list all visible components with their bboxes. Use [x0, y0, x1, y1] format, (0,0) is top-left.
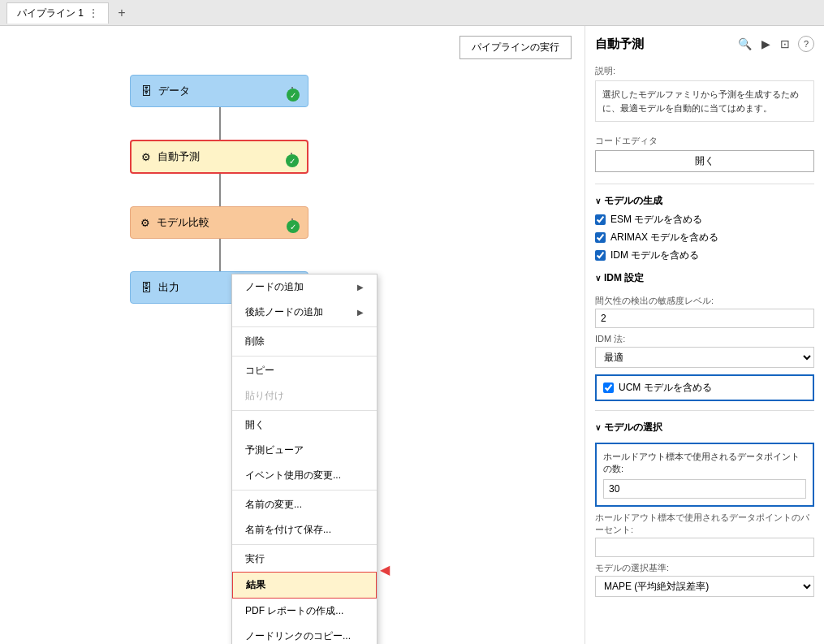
tab-label: パイプライン 1 — [17, 6, 84, 20]
modelcompare-node-status: ✓ — [287, 220, 300, 233]
menu-divider-2 — [232, 356, 377, 357]
esm-label: ESM モデルを含める — [610, 213, 702, 227]
ucm-checkbox[interactable] — [603, 383, 614, 393]
holdout-points-input[interactable] — [603, 479, 806, 499]
arimax-checkbox[interactable] — [595, 232, 606, 243]
connector-2 — [219, 174, 221, 206]
idm-settings-chevron[interactable]: ∨ — [595, 274, 601, 283]
tab-bar: パイプライン 1 ⋮ + — [0, 0, 824, 26]
context-menu-item-rename[interactable]: 名前の変更... — [232, 492, 377, 517]
arimax-checkbox-row: ARIMAX モデルを含める — [595, 231, 814, 244]
connector-1 — [219, 107, 221, 140]
esm-checkbox[interactable] — [595, 214, 606, 225]
node-autoforecast-label: ⚙ 自動予測 — [141, 149, 200, 164]
node-modelcompare: ⚙ モデル比較 ⋮ ✓ — [130, 206, 308, 239]
intermittency-input[interactable] — [595, 309, 814, 328]
tab-more-icon[interactable]: ⋮ — [88, 7, 98, 19]
autoforecast-node-icon: ⚙ — [141, 151, 151, 163]
modelcompare-node-text: モデル比較 — [157, 215, 209, 230]
context-menu-item-copy[interactable]: コピー — [232, 358, 377, 383]
node-modelcompare-label: ⚙ モデル比較 — [140, 215, 209, 230]
model-selection-chevron[interactable]: ∨ — [595, 423, 601, 432]
esm-checkbox-row: ESM モデルを含める — [595, 213, 814, 227]
holdout-percent-label: ホールドアウト標本で使用されるデータポイントのパーセント: — [595, 512, 814, 536]
model-selection-header: ∨ モデルの選択 — [595, 421, 814, 434]
panel-header: 自動予測 🔍 ▶ ⊡ ? — [595, 36, 814, 52]
help-icon-btn[interactable]: ? — [798, 36, 814, 52]
model-selection-criteria-label: モデルの選択基準: — [595, 562, 814, 574]
idm-settings-header: ∨ IDM 設定 — [595, 271, 814, 285]
ucm-checkbox-row: UCM モデルを含める — [595, 374, 814, 401]
screen-icon-btn[interactable]: ⊡ — [779, 36, 792, 52]
intermittency-label: 間欠性の検出の敏感度レベル: — [595, 295, 814, 307]
panel-icons: 🔍 ▶ ⊡ ? — [736, 36, 814, 52]
ucm-label: UCM モデルを含める — [619, 381, 712, 395]
pipeline-nodes: 🗄 データ ⋮ ✓ ⚙ 自動予測 ⋮ ✓ — [130, 75, 308, 304]
holdout-section: ホールドアウト標本で使用されるデータポイントの数: — [595, 443, 814, 507]
panel-title: 自動予測 — [595, 37, 644, 52]
open-code-editor-button[interactable]: 開く — [595, 150, 814, 172]
menu-divider-3 — [232, 410, 377, 411]
node-data-label: 🗄 データ — [140, 84, 190, 98]
idm-checkbox-row: IDM モデルを含める — [595, 249, 814, 262]
node-data-inner[interactable]: 🗄 データ ⋮ ✓ — [130, 75, 308, 107]
output-node-icon: 🗄 — [140, 281, 152, 294]
data-node-icon: 🗄 — [140, 84, 152, 97]
output-node-text: 出力 — [158, 280, 179, 295]
arrow-indicator: ◀ — [380, 562, 390, 577]
context-menu-item-add-subsequent[interactable]: 後続ノードの追加 ▶ — [232, 300, 377, 325]
connector-3 — [219, 239, 221, 271]
context-menu-item-change-event[interactable]: イベント使用の変更... — [232, 463, 377, 488]
submenu-arrow-1: ▶ — [357, 283, 364, 292]
idm-settings-label: IDM 設定 — [604, 271, 644, 285]
node-autoforecast: ⚙ 自動予測 ⋮ ✓ — [130, 140, 308, 174]
description-box: 選択したモデルファミリから予測を生成するために、最適モデルを自動的に当てはめます… — [595, 80, 814, 122]
play-icon-btn[interactable]: ▶ — [760, 36, 772, 52]
model-selection-criteria-select[interactable]: MAPE (平均絶対誤差率) RMSE MAE — [595, 576, 814, 597]
context-menu-item-add-node[interactable]: ノードの追加 ▶ — [232, 274, 377, 300]
context-menu-item-pdf[interactable]: PDF レポートの作成... — [232, 599, 377, 624]
modelcompare-node-icon: ⚙ — [140, 217, 150, 229]
model-generation-label: モデルの生成 — [604, 194, 662, 208]
divider-2 — [595, 410, 814, 411]
idm-checkbox[interactable] — [595, 250, 606, 261]
right-panel: 自動予測 🔍 ▶ ⊡ ? 説明: 選択したモデルファミリから予測を生成するために… — [585, 26, 824, 644]
context-menu-item-open[interactable]: 開く — [232, 413, 377, 438]
node-autoforecast-inner[interactable]: ⚙ 自動予測 ⋮ ✓ — [130, 140, 308, 174]
description-label: 説明: — [595, 65, 814, 77]
node-output-label: 🗄 出力 — [140, 280, 179, 295]
add-tab-button[interactable]: + — [112, 3, 132, 23]
context-menu-item-forecast-viewer[interactable]: 予測ビューア — [232, 438, 377, 463]
model-selection-label: モデルの選択 — [604, 421, 662, 434]
menu-divider-1 — [232, 326, 377, 327]
search-icon-btn[interactable]: 🔍 — [736, 36, 753, 52]
run-pipeline-button[interactable]: パイプラインの実行 — [459, 36, 572, 59]
model-generation-header: ∨ モデルの生成 — [595, 194, 814, 208]
divider-1 — [595, 184, 814, 184]
idm-method-select[interactable]: 最適 手動 — [595, 347, 814, 368]
context-menu-item-run[interactable]: 実行 — [232, 547, 377, 572]
holdout-points-label: ホールドアウト標本で使用されるデータポイントの数: — [603, 451, 806, 476]
context-menu-item-copy-link[interactable]: ノードリンクのコピー... — [232, 624, 377, 644]
menu-divider-5 — [232, 544, 377, 545]
idm-method-label: IDM 法: — [595, 333, 814, 345]
data-node-text: データ — [158, 84, 190, 98]
autoforecast-node-text: 自動予測 — [157, 149, 200, 164]
tab-pipeline1[interactable]: パイプライン 1 ⋮ — [6, 2, 109, 24]
context-menu-item-results[interactable]: 結果 — [232, 572, 377, 599]
menu-divider-4 — [232, 490, 377, 491]
canvas-toolbar: パイプラインの実行 — [459, 36, 572, 59]
main-area: パイプラインの実行 🗄 データ ⋮ ✓ — [0, 26, 824, 644]
node-modelcompare-inner[interactable]: ⚙ モデル比較 ⋮ ✓ — [130, 206, 308, 239]
model-generation-chevron[interactable]: ∨ — [595, 197, 601, 205]
idm-label: IDM モデルを含める — [610, 249, 699, 262]
submenu-arrow-2: ▶ — [357, 308, 364, 317]
holdout-percent-input[interactable] — [595, 538, 814, 557]
context-menu-item-paste: 貼り付け — [232, 383, 377, 408]
context-menu-item-save-as[interactable]: 名前を付けて保存... — [232, 517, 377, 542]
autoforecast-node-status: ✓ — [286, 154, 299, 167]
pipeline-canvas: パイプラインの実行 🗄 データ ⋮ ✓ — [0, 26, 585, 644]
code-editor-label: コードエディタ — [595, 135, 814, 147]
context-menu: ノードの追加 ▶ 後続ノードの追加 ▶ 削除 コピー 貼り付け 開く — [231, 274, 377, 644]
context-menu-item-delete[interactable]: 削除 — [232, 329, 377, 354]
